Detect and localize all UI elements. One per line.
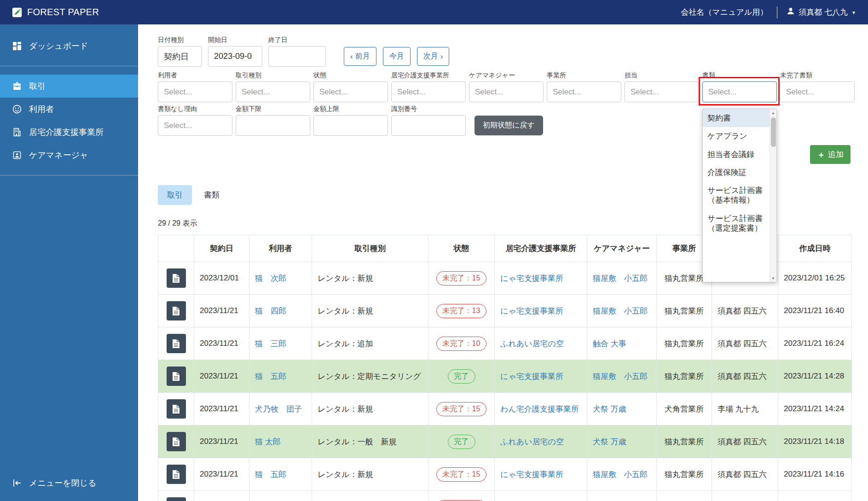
table-row: 2023/11/21 猫 四郎 レンタル：新規 未完了：13 にゃ宅支援事業所 … <box>158 295 852 327</box>
status-select[interactable]: Select... <box>313 82 388 102</box>
user-icon <box>787 7 795 17</box>
plus-icon: ＋ <box>817 151 825 159</box>
transaction-type-select[interactable]: Select... <box>236 82 310 102</box>
id-number-input[interactable] <box>391 115 466 136</box>
care-office-link[interactable]: にゃ宅支援事業所 <box>500 372 563 381</box>
document-button[interactable] <box>167 268 186 288</box>
care-office-link[interactable]: にゃ宅支援事業所 <box>500 274 563 283</box>
document-button[interactable] <box>167 432 186 451</box>
created-at-cell: 2023/11/21 14:28 <box>778 360 852 393</box>
contract-date-cell: 2023/11/21 <box>194 393 249 425</box>
scrollbar-thumb[interactable] <box>771 117 776 147</box>
sidebar-item-label: ダッシュボード <box>29 41 88 52</box>
sidebar-item-care-offices[interactable]: 居宅介護支援事業所 <box>0 121 138 144</box>
user-select[interactable]: Select... <box>158 82 232 102</box>
scroll-up-icon[interactable]: ▲ <box>770 109 776 117</box>
amount-min-input[interactable] <box>236 115 310 136</box>
contract-date-cell: 2023/11/21 <box>194 458 249 491</box>
care-office-link[interactable]: ふれあい居宅の空 <box>500 437 564 446</box>
filter-field-date-type: 日付種別 <box>158 36 202 67</box>
dropdown-option[interactable]: 介護保険証 <box>703 163 770 181</box>
document-button[interactable] <box>167 465 186 484</box>
scroll-down-icon[interactable]: ▼ <box>770 274 776 282</box>
incomplete-document-select[interactable]: Select... <box>780 82 855 102</box>
care-manager-link[interactable]: 猫屋敷 小五郎 <box>593 307 648 315</box>
this-month-button[interactable]: 今月 <box>383 47 411 66</box>
sidebar-item-users[interactable]: 利用者 <box>0 98 138 121</box>
tab-transactions[interactable]: 取引 <box>158 185 192 205</box>
user-link[interactable]: 猫 太郎 <box>255 437 281 446</box>
no-doc-reason-select[interactable]: Select... <box>158 115 232 136</box>
dropdown-scrollbar[interactable]: ▲ ▼ <box>770 109 776 282</box>
transaction-type-cell: レンタル：新規 <box>312 393 428 425</box>
sidebar-item-dashboard[interactable]: ダッシュボード <box>0 35 138 58</box>
transaction-type-cell: レンタル：一般 新規 <box>312 425 428 458</box>
care-manager-link[interactable]: 犬祭 万歳 <box>593 405 626 414</box>
user-link[interactable]: 犬乃牧 団子 <box>255 405 302 414</box>
document-button[interactable] <box>167 301 186 320</box>
header-contract-date: 契約日 <box>194 235 249 262</box>
care-office-select[interactable]: Select... <box>391 82 466 102</box>
amount-max-input[interactable] <box>313 115 388 136</box>
contract-date-cell: 2023/11/21 <box>194 491 249 501</box>
document-button[interactable] <box>167 497 186 501</box>
office-cell: 猫丸営業所 <box>657 491 712 501</box>
status-badge: 未完了：13 <box>436 304 487 318</box>
filter-field-id-number: 識別番号 <box>391 105 466 136</box>
document-select[interactable]: Select... <box>702 82 777 102</box>
sidebar-item-care-managers[interactable]: ケアマネージャ <box>0 144 138 167</box>
care-office-link[interactable]: にゃ宅支援事業所 <box>500 307 563 315</box>
user-link[interactable]: 猫 五郎 <box>255 372 286 381</box>
sidebar-divider <box>0 66 138 66</box>
care-manager-link[interactable]: 犬祭 万歳 <box>593 437 626 446</box>
document-dropdown: 契約書 ケアプラン 担当者会議録 介護保険証 サービス計画書（基本情報） サービ… <box>702 109 777 282</box>
created-at-cell: 2023/11/21 16:40 <box>778 295 852 327</box>
staff-cell: 李場 九十九 <box>712 393 778 425</box>
user-link[interactable]: 猫 五郎 <box>255 470 286 479</box>
sidebar-item-transactions[interactable]: 取引 <box>0 75 138 98</box>
topbar-divider <box>777 6 777 18</box>
document-button[interactable] <box>167 399 186 419</box>
user-menu[interactable]: 須真都 七八九 ▼ <box>787 7 856 17</box>
transaction-type-cell: レンタル：新規 <box>312 262 428 295</box>
care-manager-select[interactable]: Select... <box>469 82 544 102</box>
care-manager-link[interactable]: 猫屋敷 小五郎 <box>593 470 648 479</box>
add-button[interactable]: ＋追加 <box>810 145 851 164</box>
header-care-manager: ケアマネジャー <box>587 235 657 262</box>
status-badge: 完了 <box>448 369 475 384</box>
document-button[interactable] <box>167 367 186 386</box>
app-window: FOREST PAPER 会社名（マニュアル用） 須真都 七八九 ▼ ダッシュボ… <box>0 0 868 501</box>
status-badge: 未完了：15 <box>436 402 487 416</box>
care-manager-link[interactable]: 猫屋敷 小五郎 <box>593 274 648 283</box>
created-at-cell: 2023/11/21 14:18 <box>778 425 852 458</box>
care-manager-link[interactable]: 触合 大事 <box>593 339 626 348</box>
chevron-right-icon: › <box>440 52 443 60</box>
tab-documents[interactable]: 書類 <box>202 185 221 205</box>
reset-button[interactable]: 初期状態に戻す <box>475 116 543 135</box>
dropdown-option[interactable]: 担当者会議録 <box>703 146 770 163</box>
dropdown-option[interactable]: 契約書 <box>703 109 770 127</box>
end-date-input[interactable] <box>268 46 326 67</box>
filter-field-end-date: 終了日 <box>268 36 326 67</box>
prev-month-button[interactable]: ‹前月 <box>344 47 376 66</box>
dropdown-option[interactable]: サービス計画書（基本情報） <box>703 181 770 210</box>
office-select[interactable]: Select... <box>547 82 621 102</box>
care-manager-link[interactable]: 猫屋敷 小五郎 <box>593 372 648 381</box>
date-type-input[interactable] <box>158 46 202 67</box>
document-button[interactable] <box>167 334 186 353</box>
care-office-link[interactable]: にゃ宅支援事業所 <box>500 470 563 479</box>
staff-select[interactable]: Select... <box>625 82 699 102</box>
user-link[interactable]: 猫 次郎 <box>255 274 286 283</box>
next-month-button[interactable]: 次月› <box>417 47 450 66</box>
file-icon <box>172 306 180 316</box>
care-office-link[interactable]: わん宅介護支援事業所 <box>500 405 579 414</box>
sidebar-item-close-menu[interactable]: メニューを閉じる <box>0 472 138 495</box>
user-link[interactable]: 猫 四郎 <box>255 307 286 315</box>
start-date-input[interactable] <box>208 46 262 67</box>
month-buttons: ‹前月 今月 次月› <box>344 47 449 66</box>
user-link[interactable]: 猫 三郎 <box>255 339 286 348</box>
care-office-link[interactable]: ふれあい居宅の空 <box>500 339 564 348</box>
dropdown-option[interactable]: ケアプラン <box>703 127 770 145</box>
dropdown-option[interactable]: サービス計画書（選定提案書） <box>703 210 770 238</box>
created-at-cell: 2023/12/01 16:25 <box>778 262 852 295</box>
